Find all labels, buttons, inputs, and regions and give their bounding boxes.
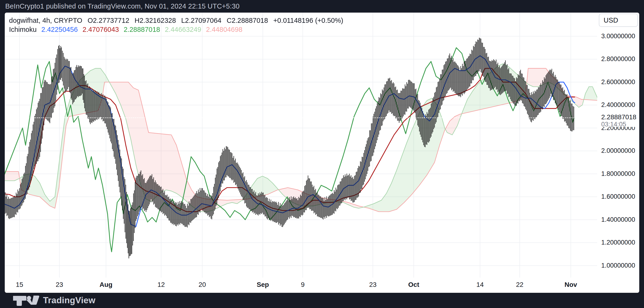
tradingview-published-chart: BeInCrypto1 published on TradingView.com…	[0, 0, 644, 308]
ohlc-value-2: L2.27097064	[181, 17, 221, 24]
price-axis-label-2.40000000: 2.40000000	[601, 101, 635, 108]
time-axis-label-15: 15	[16, 281, 23, 288]
price-axis-label-1.80000000: 1.80000000	[601, 170, 635, 178]
footer-bar: TradingView	[0, 293, 644, 308]
time-axis-label-23: 23	[56, 281, 63, 288]
price-axis-label-1.20000000: 1.20000000	[601, 239, 635, 246]
price-axis-label-1.60000000: 1.60000000	[601, 193, 635, 200]
time-axis-label-12: 12	[157, 281, 165, 288]
symbol-legend-row: dogwifhat, 4h, CRYPTO O2.27737712H2.3216…	[9, 17, 343, 24]
time-axis-label-20: 20	[198, 281, 206, 288]
ohlc-value-0: O2.27737712	[88, 17, 129, 24]
time-axis-label-14: 14	[476, 281, 484, 288]
ohlc-value-1: H2.32162328	[134, 17, 176, 24]
ohlc-value-3: C2.28887018	[227, 17, 268, 24]
publish-attribution-text: BeInCrypto1 published on TradingView.com…	[0, 2, 240, 10]
time-axis-label-23: 23	[369, 281, 376, 288]
price-axis-label-1.40000000: 1.40000000	[601, 216, 635, 224]
price-axis-label-3.00000000: 3.00000000	[601, 32, 635, 40]
currency-toggle-button[interactable]: USD	[599, 14, 638, 27]
tradingview-logo-icon[interactable]	[13, 295, 40, 306]
last-price-value: 2.28887018	[601, 113, 636, 121]
price-scale[interactable]: 3.000000002.800000002.600000002.40000000…	[597, 12, 639, 278]
time-scale[interactable]: 1523Aug1220Sep923Oct1422Nov	[5, 278, 597, 293]
time-axis-label-22: 22	[516, 281, 523, 288]
price-axis-label-2.80000000: 2.80000000	[601, 55, 635, 63]
time-axis-label-Aug: Aug	[100, 281, 112, 288]
publish-header: BeInCrypto1 published on TradingView.com…	[0, 0, 644, 12]
price-chart-canvas[interactable]	[5, 12, 597, 278]
symbol-title[interactable]: dogwifhat, 4h, CRYPTO	[9, 17, 82, 24]
ichimoku-value-1: 2.47076043	[82, 26, 119, 34]
price-axis-label-2.60000000: 2.60000000	[601, 78, 635, 86]
ichimoku-value-0: 2.42250456	[41, 26, 78, 34]
time-axis-label-Oct: Oct	[408, 281, 420, 288]
time-axis-label-9: 9	[301, 281, 305, 288]
currency-label: USD	[604, 16, 618, 24]
indicator-title[interactable]: Ichimoku	[9, 26, 36, 34]
time-axis-label-Sep: Sep	[257, 281, 269, 288]
indicator-legend-row: Ichimoku 2.422504562.470760432.288870182…	[9, 26, 242, 34]
price-axis-label-1.00000000: 1.00000000	[601, 262, 635, 269]
ichimoku-value-3: 2.44663249	[165, 26, 201, 34]
time-axis-label-Nov: Nov	[565, 281, 577, 288]
bar-countdown-timer: 03:14:05	[601, 121, 626, 128]
last-price-label: 2.28887018 03:14:05	[597, 113, 639, 127]
price-axis-label-2.00000000: 2.00000000	[601, 147, 635, 154]
footer-brand-text[interactable]: TradingView	[43, 296, 96, 306]
ichimoku-value-4: 2.44804698	[206, 26, 242, 34]
ichimoku-value-2: 2.28887018	[124, 26, 160, 34]
ohlc-value-4: +0.01148196 (+0.50%)	[273, 17, 344, 24]
